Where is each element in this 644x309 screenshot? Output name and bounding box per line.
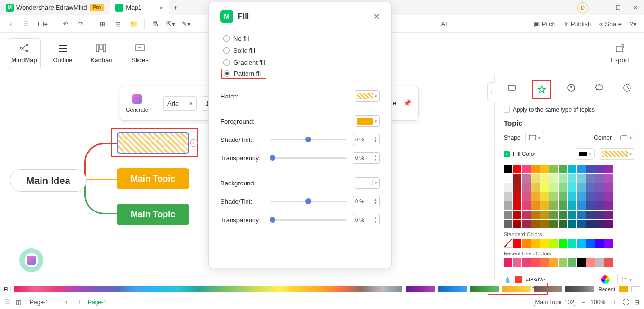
svg-point-14	[622, 281, 623, 282]
dialog-close-button[interactable]: ✕	[373, 12, 380, 21]
edit-dd-icon[interactable]: ✎▾	[179, 17, 193, 31]
radio-solid-fill[interactable]: Solid fill	[223, 44, 380, 56]
view-outline[interactable]: Outline	[46, 38, 79, 69]
page-tab[interactable]: Page-1	[88, 299, 107, 306]
panel-tab-settings[interactable]	[591, 80, 607, 96]
zoom-in-button[interactable]: ＋	[611, 298, 617, 306]
font-family-select[interactable]: Arial▾	[163, 96, 197, 111]
redo-button[interactable]: ↷	[74, 17, 88, 31]
shade-slider[interactable]	[270, 139, 347, 140]
view-mindmap[interactable]: MindMap	[8, 38, 41, 69]
svg-rect-3	[96, 45, 99, 52]
standard-colors-row[interactable]	[504, 239, 635, 248]
palette-strip[interactable]	[14, 286, 402, 292]
add-page-button[interactable]: ＋	[76, 298, 82, 306]
topic-node-3[interactable]: Main Topic	[117, 204, 189, 225]
shade2-value[interactable]: 0 %▲▼	[353, 196, 380, 207]
zoom-out-button[interactable]: −	[581, 299, 585, 306]
panel-tab-history[interactable]	[619, 80, 635, 96]
remove-box-icon[interactable]: ⊟	[111, 17, 125, 31]
panel-tab-style[interactable]	[534, 82, 549, 98]
transparency2-label: Transparency:	[220, 216, 264, 224]
panel-collapse-button[interactable]: ›	[487, 82, 495, 101]
hatch-dropdown[interactable]: ▾	[355, 90, 380, 102]
topic-node-2[interactable]: Main Topic	[117, 168, 189, 189]
publish-button[interactable]: ✈Publish	[561, 17, 594, 31]
main-idea-node[interactable]: Main Idea	[10, 169, 87, 192]
transparency2-value[interactable]: 0 %▲▼	[353, 214, 380, 225]
folder-icon[interactable]: 📁	[127, 17, 140, 31]
help-button[interactable]: ?▾	[627, 17, 640, 31]
fit-screen-icon[interactable]: ⛶	[623, 299, 629, 306]
add-box-icon[interactable]: ⊞	[96, 17, 110, 31]
recent-colors-label: Recent Used Colors	[504, 251, 635, 256]
transparency2-slider[interactable]	[270, 219, 347, 221]
ai-button[interactable]: AI	[438, 17, 450, 31]
background-dropdown[interactable]: ▾	[355, 177, 380, 189]
print-icon[interactable]: 🖶	[149, 17, 162, 31]
shape-dropdown[interactable]: ▾	[525, 132, 544, 143]
back-button[interactable]: ‹	[4, 17, 17, 31]
radio-no-fill[interactable]: No fill	[223, 32, 380, 44]
radio-pattern-fill[interactable]: Pattern fill	[221, 69, 266, 79]
topic-section-title: Topic	[504, 119, 635, 127]
bottom-color-palette[interactable]: Fill Recent	[0, 284, 644, 295]
shade2-slider[interactable]	[270, 201, 347, 202]
svg-rect-5	[103, 45, 106, 52]
dialog-app-icon: M	[220, 10, 233, 23]
export-button[interactable]: Export	[603, 38, 636, 69]
recent-swatch[interactable]	[631, 286, 640, 292]
export-dd-icon[interactable]: ⇱▾	[164, 17, 178, 31]
share-button[interactable]: ∝Share	[596, 17, 625, 31]
apply-same-checkbox-row[interactable]: Apply to the same type of topics	[504, 106, 635, 113]
svg-point-10	[570, 86, 572, 88]
svg-rect-4	[100, 45, 102, 50]
outline-mode-icon[interactable]: ☰	[5, 299, 10, 306]
svg-point-13	[622, 278, 623, 279]
shade-value[interactable]: 0 %▲▼	[353, 134, 380, 145]
collapse-panel-icon[interactable]: ⊟	[634, 299, 639, 306]
fill-solid-dropdown[interactable]: ▾	[576, 148, 595, 160]
app-tab[interactable]: M Wondershare EdrawMind Pro	[0, 0, 110, 15]
zoom-level: 100%	[590, 299, 605, 306]
minimize-button[interactable]: —	[592, 0, 609, 15]
undo-button[interactable]: ↶	[59, 17, 72, 31]
user-avatar[interactable]: D	[577, 2, 588, 13]
corner-dropdown[interactable]: ▾	[617, 132, 635, 143]
file-menu[interactable]: File	[35, 17, 51, 31]
panel-tab-topic[interactable]	[504, 80, 520, 96]
eyedropper-icon[interactable]: 💧	[504, 276, 511, 283]
view-slides[interactable]: Slides	[123, 38, 156, 69]
fill-pattern-dropdown[interactable]: ▾	[599, 148, 635, 160]
menu-button[interactable]: ☰	[19, 17, 33, 31]
document-tab[interactable]: Map1 ●	[110, 0, 168, 15]
pitch-button[interactable]: ▣Pitch	[531, 17, 559, 31]
svg-point-2	[26, 50, 28, 52]
color-wheel-icon[interactable]	[601, 275, 610, 284]
assistant-ring-icon[interactable]	[19, 248, 43, 272]
foreground-dropdown[interactable]: ▾	[355, 115, 380, 127]
close-window-button[interactable]: ✕	[627, 0, 644, 15]
svg-rect-7	[616, 47, 623, 52]
generate-button[interactable]: Generate	[125, 94, 149, 112]
page-select[interactable]: Page-1▾	[27, 296, 70, 308]
view-kanban[interactable]: Kanban	[85, 38, 118, 69]
color-palette-grid[interactable]	[504, 165, 635, 228]
radio-gradient-fill[interactable]: Gradient fill	[223, 56, 380, 69]
transparency-slider[interactable]	[270, 157, 347, 159]
pin-icon[interactable]: 📌	[401, 97, 413, 110]
shape-label: Shape	[504, 134, 521, 141]
panel-mode-icon[interactable]: ◫	[16, 299, 21, 306]
recent-swatch[interactable]	[619, 286, 628, 292]
connector	[87, 179, 117, 180]
fill-color-check-icon[interactable]: ✓	[504, 151, 510, 157]
checkbox-icon	[504, 107, 510, 113]
transparency-value[interactable]: 0 %▲▼	[353, 152, 380, 164]
fill-dialog: M Fill ✕ No fill Solid fill Gradient fil…	[208, 2, 392, 268]
topic-node-1[interactable]	[117, 132, 189, 154]
add-child-button[interactable]: +	[190, 139, 198, 147]
maximize-button[interactable]: ☐	[609, 0, 627, 15]
new-tab-button[interactable]: ＋	[169, 1, 182, 14]
panel-tab-tag[interactable]	[563, 80, 579, 96]
recent-colors-row[interactable]	[504, 258, 635, 267]
